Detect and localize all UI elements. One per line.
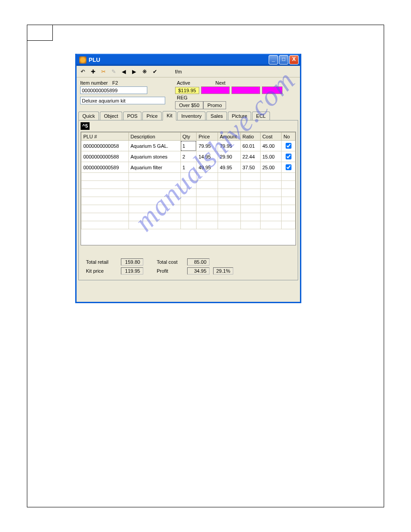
cell-qty[interactable]: 2 bbox=[180, 151, 197, 162]
no-checkbox[interactable] bbox=[286, 164, 291, 170]
cell-amount[interactable] bbox=[218, 221, 240, 229]
col-cost[interactable]: Cost bbox=[260, 133, 281, 141]
table-row[interactable]: 0000000000058Aquarium 5 GAL.179.9579.956… bbox=[81, 141, 295, 151]
cell-price[interactable] bbox=[197, 221, 218, 229]
cell-no[interactable] bbox=[282, 151, 295, 162]
cell-desc[interactable]: Aquarium filter bbox=[128, 162, 180, 173]
cell-desc[interactable] bbox=[128, 173, 180, 181]
col-ratio[interactable]: Ratio bbox=[240, 133, 260, 141]
cell-amount[interactable] bbox=[218, 181, 240, 189]
cell-ratio[interactable] bbox=[240, 181, 260, 189]
table-row[interactable] bbox=[81, 173, 295, 181]
cell-desc[interactable] bbox=[128, 197, 180, 205]
cell-cost[interactable] bbox=[260, 205, 281, 213]
cell-amount[interactable] bbox=[218, 205, 240, 213]
cell-plu[interactable] bbox=[81, 181, 129, 189]
cell-ratio[interactable] bbox=[240, 197, 260, 205]
cell-plu[interactable]: 0000000000058 bbox=[81, 141, 129, 151]
cell-desc[interactable]: Aquarium 5 GAL. bbox=[128, 141, 180, 151]
cell-plu[interactable] bbox=[81, 173, 129, 181]
cell-plu[interactable] bbox=[81, 213, 129, 221]
cell-desc[interactable] bbox=[128, 189, 180, 197]
cell-price[interactable] bbox=[197, 189, 218, 197]
col-plu[interactable]: PLU # bbox=[81, 133, 129, 141]
cell-qty[interactable]: 1 bbox=[180, 162, 197, 173]
cell-price[interactable]: 14.95 bbox=[197, 151, 218, 162]
table-row[interactable] bbox=[81, 181, 295, 189]
cell-cost[interactable] bbox=[260, 221, 281, 229]
cell-price[interactable]: 79.95 bbox=[197, 141, 218, 151]
add-icon[interactable]: ✚ bbox=[90, 69, 96, 75]
cell-ratio[interactable] bbox=[240, 205, 260, 213]
cell-cost[interactable]: 45.00 bbox=[260, 141, 281, 151]
prev-icon[interactable]: ◀ bbox=[120, 69, 127, 75]
cell-no[interactable] bbox=[282, 141, 295, 151]
promo-button[interactable]: Promo bbox=[203, 101, 226, 109]
cell-ratio[interactable]: 22.44 bbox=[240, 151, 260, 162]
cell-plu[interactable]: 0000000000589 bbox=[81, 162, 129, 173]
cell-desc[interactable] bbox=[128, 181, 180, 189]
next-icon[interactable]: ▶ bbox=[131, 69, 137, 75]
undo-icon[interactable]: ↶ bbox=[79, 69, 86, 75]
cell-cost[interactable] bbox=[260, 189, 281, 197]
table-row[interactable] bbox=[81, 221, 295, 229]
cell-desc[interactable] bbox=[128, 213, 180, 221]
cell-no[interactable] bbox=[282, 162, 295, 173]
col-qty[interactable]: Qty bbox=[180, 133, 197, 141]
cell-no[interactable] bbox=[282, 197, 295, 205]
cell-ratio[interactable] bbox=[240, 173, 260, 181]
cell-cost[interactable] bbox=[260, 213, 281, 221]
col-desc[interactable]: Description bbox=[128, 133, 180, 141]
tab-inventory[interactable]: Inventory bbox=[177, 112, 206, 120]
cell-plu[interactable] bbox=[81, 221, 129, 229]
cell-price[interactable]: 49.95 bbox=[197, 162, 218, 173]
tab-picture[interactable]: Picture bbox=[228, 112, 251, 120]
col-no[interactable]: No bbox=[282, 133, 295, 141]
tab-pos[interactable]: POS bbox=[123, 112, 141, 120]
cell-no[interactable] bbox=[282, 205, 295, 213]
table-row[interactable] bbox=[81, 189, 295, 197]
cell-ratio[interactable] bbox=[240, 221, 260, 229]
item-number-input[interactable] bbox=[80, 86, 147, 94]
cut-icon[interactable]: ✂ bbox=[100, 69, 107, 75]
description-input[interactable] bbox=[80, 97, 165, 104]
over50-button[interactable]: Over $50 bbox=[175, 101, 203, 109]
cell-plu[interactable] bbox=[81, 189, 129, 197]
cell-plu[interactable]: 0000000000588 bbox=[81, 151, 129, 162]
table-row[interactable]: 0000000000588Aquarium stones214.9529.902… bbox=[81, 151, 295, 162]
cell-qty[interactable] bbox=[180, 197, 197, 205]
maximize-button[interactable]: □ bbox=[279, 55, 288, 64]
cell-cost[interactable]: 15.00 bbox=[260, 151, 281, 162]
tab-object[interactable]: Object bbox=[100, 112, 122, 120]
cell-cost[interactable] bbox=[260, 181, 281, 189]
cell-amount[interactable]: 79.95 bbox=[218, 141, 240, 151]
cell-ratio[interactable] bbox=[240, 213, 260, 221]
cell-price[interactable] bbox=[197, 205, 218, 213]
cell-qty[interactable] bbox=[180, 173, 197, 181]
cell-amount[interactable]: 49.95 bbox=[218, 162, 240, 173]
cell-desc[interactable]: Aquarium stones bbox=[128, 151, 180, 162]
table-row[interactable] bbox=[81, 205, 295, 213]
cell-desc[interactable] bbox=[128, 205, 180, 213]
no-checkbox[interactable] bbox=[286, 154, 291, 159]
cell-amount[interactable] bbox=[218, 213, 240, 221]
cell-plu[interactable] bbox=[81, 197, 129, 205]
cell-qty[interactable] bbox=[180, 189, 197, 197]
cell-amount[interactable] bbox=[218, 189, 240, 197]
kit-grid[interactable]: PLU # Description Qty Price Amount Ratio… bbox=[81, 132, 296, 245]
cell-qty[interactable] bbox=[180, 221, 197, 229]
tab-kit[interactable]: Kit bbox=[163, 111, 176, 120]
cell-amount[interactable]: 29.90 bbox=[218, 151, 240, 162]
cell-qty[interactable] bbox=[180, 205, 197, 213]
cell-ratio[interactable]: 37.50 bbox=[240, 162, 260, 173]
cell-no[interactable] bbox=[282, 181, 295, 189]
cell-price[interactable] bbox=[197, 181, 218, 189]
cell-price[interactable] bbox=[197, 213, 218, 221]
cell-price[interactable] bbox=[197, 197, 218, 205]
edit-icon[interactable]: ✎ bbox=[110, 69, 117, 75]
cell-no[interactable] bbox=[282, 221, 295, 229]
refresh-icon[interactable]: ❋ bbox=[141, 69, 148, 75]
cell-amount[interactable] bbox=[218, 197, 240, 205]
col-amount[interactable]: Amount bbox=[218, 133, 240, 141]
cell-cost[interactable] bbox=[260, 173, 281, 181]
